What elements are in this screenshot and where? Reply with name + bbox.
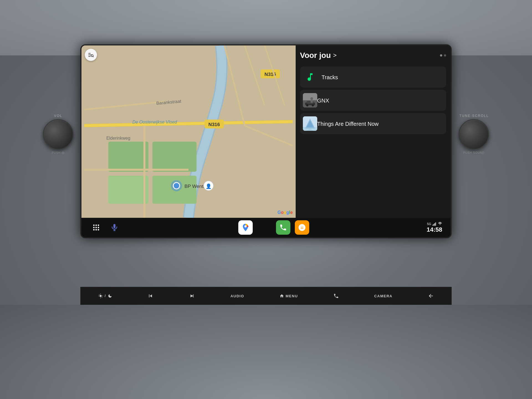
tune-knob[interactable]: TUNE·SCROLL PUSH SOUND (459, 119, 489, 150)
camera-button[interactable]: CAMERA (370, 292, 397, 300)
map-container[interactable]: N316 N316 Barankstraat (81, 45, 296, 218)
audio-stream-button[interactable] (295, 220, 309, 235)
svg-rect-45 (93, 227, 95, 228)
panel-dots (440, 54, 446, 57)
bottom-dock: 5G 14:5 (81, 218, 451, 237)
buttons-row: / AUDIO MENU (80, 287, 452, 305)
panel-title: Voor jou (300, 51, 331, 60)
svg-rect-46 (96, 227, 97, 228)
tracks-icon (303, 70, 317, 84)
time-display: 14:58 (427, 226, 442, 233)
music-item-tracks[interactable]: Tracks (300, 66, 446, 88)
phone-app-button[interactable] (276, 220, 290, 235)
svg-line-66 (102, 297, 102, 298)
svg-rect-58 (434, 223, 435, 226)
signal-info: 5G (427, 222, 442, 226)
dot-1 (440, 54, 442, 57)
menu-label: MENU (286, 294, 298, 298)
panel-arrow: > (333, 52, 337, 59)
push-sound-label: PUSH SOUND (459, 151, 488, 154)
svg-rect-42 (93, 225, 95, 226)
svg-rect-48 (93, 229, 95, 231)
svg-text:De Oosterwijkse Vloed: De Oosterwijkse Vloed (132, 120, 177, 124)
svg-rect-36 (311, 100, 313, 103)
back-button[interactable] (423, 291, 438, 301)
music-panel: Voor jou > (296, 45, 451, 218)
mic-button[interactable] (108, 221, 121, 234)
maps-app-button[interactable] (238, 220, 253, 235)
vol-label: VOL (44, 114, 73, 118)
svg-rect-57 (434, 224, 434, 226)
map-search-button[interactable] (85, 49, 97, 61)
brightness-button[interactable]: / (94, 291, 117, 301)
phone-button[interactable] (329, 291, 343, 301)
gnx-info: GNX (317, 98, 329, 104)
svg-rect-50 (98, 229, 99, 231)
svg-rect-3 (108, 176, 149, 204)
menu-button[interactable]: MENU (275, 291, 302, 300)
dock-center (238, 220, 309, 235)
panel-title-group[interactable]: Voor jou > (300, 51, 337, 60)
svg-rect-47 (98, 227, 99, 228)
panel-header: Voor jou > (300, 51, 446, 60)
svg-rect-61 (440, 224, 440, 225)
main-area: N316 N316 Barankstraat (81, 45, 451, 218)
push-label-left: PUSH ⏻ (44, 151, 73, 154)
tdn-title: Things Are Different Now (317, 121, 379, 127)
next-button[interactable] (185, 291, 200, 301)
svg-point-54 (244, 225, 247, 227)
gnx-album-art (303, 93, 317, 108)
tidal-app-button[interactable] (257, 220, 272, 235)
dot-2 (444, 54, 446, 57)
screen-content: N316 N316 Barankstraat (81, 45, 451, 237)
svg-point-35 (310, 97, 313, 100)
svg-rect-44 (98, 225, 99, 226)
car-surround: VOL PUSH ⏻ TUNE·SCROLL PUSH SOUND (0, 0, 532, 399)
music-item-tdn[interactable]: Things Are Different Now (300, 113, 446, 134)
audio-button[interactable]: AUDIO (226, 292, 249, 300)
music-item-gnx[interactable]: GNX (300, 90, 446, 111)
dock-left (90, 221, 121, 234)
svg-point-34 (312, 104, 314, 106)
tune-label: TUNE·SCROLL (459, 114, 488, 118)
tdn-info: Things Are Different Now (317, 121, 379, 127)
google-logo: Google (277, 210, 293, 215)
screen-unit: N316 N316 Barankstraat (80, 44, 452, 238)
svg-rect-56 (433, 225, 433, 226)
svg-rect-51 (113, 224, 116, 228)
svg-rect-2 (152, 142, 196, 172)
svg-line-28 (93, 57, 93, 57)
svg-text:N316: N316 (208, 122, 220, 127)
apps-button[interactable] (90, 221, 103, 234)
svg-point-20 (173, 183, 180, 189)
vol-knob[interactable]: VOL PUSH ⏻ (43, 119, 73, 150)
audio-label: AUDIO (231, 294, 244, 298)
svg-rect-1 (108, 142, 149, 172)
svg-point-33 (306, 104, 308, 106)
svg-point-62 (99, 295, 102, 297)
prev-button[interactable] (143, 291, 158, 301)
dock-right: 5G 14:5 (427, 222, 442, 233)
camera-label: CAMERA (374, 294, 392, 298)
tracks-info: Tracks (322, 74, 338, 81)
svg-text:Elderinkweg: Elderinkweg (106, 136, 131, 140)
svg-line-65 (99, 294, 99, 295)
svg-rect-49 (96, 229, 97, 231)
svg-point-60 (440, 223, 441, 224)
gnx-title: GNX (317, 98, 329, 104)
bottom-area (0, 305, 532, 399)
tdn-album-art (303, 116, 317, 131)
svg-rect-43 (96, 225, 97, 226)
signal-label: 5G (427, 222, 431, 226)
svg-text:👤: 👤 (206, 183, 212, 189)
tracks-title: Tracks (322, 74, 338, 81)
svg-rect-59 (435, 222, 436, 226)
